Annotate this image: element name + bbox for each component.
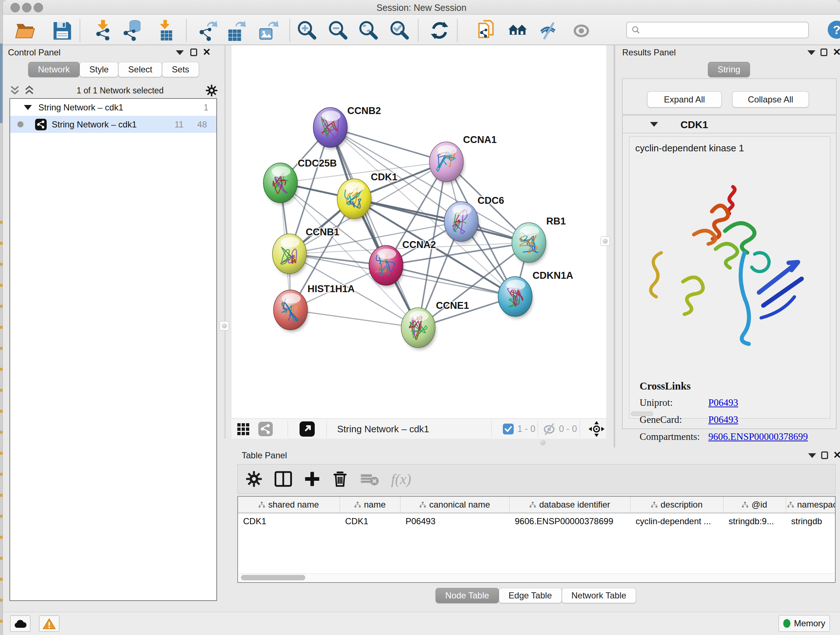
collapse-all-button[interactable]: Collapse All (732, 91, 809, 108)
add-column-icon[interactable] (304, 471, 320, 487)
tab-node-table[interactable]: Node Table (436, 588, 499, 603)
panel-float-icon[interactable] (190, 49, 197, 56)
table-cell[interactable]: CDK1 (340, 513, 401, 529)
panel-close-icon[interactable]: ✕ (202, 48, 211, 57)
expand-all-icon[interactable] (24, 85, 35, 96)
column-header-canonical-name[interactable]: canonical name (401, 497, 510, 513)
panel-menu-caret-icon[interactable] (176, 50, 184, 55)
panel-menu-caret-icon[interactable] (808, 453, 816, 458)
protein-section-header[interactable]: CDK1 (622, 116, 836, 133)
tab-style[interactable]: Style (80, 62, 118, 77)
node-CDC6[interactable] (444, 202, 479, 244)
import-network-file-icon[interactable] (94, 20, 115, 41)
results-scrollbar-thumb[interactable] (631, 412, 653, 416)
left-splitter-handle[interactable] (219, 321, 229, 331)
column-header-name[interactable]: name (340, 497, 401, 513)
column-header-@id[interactable]: @id (723, 497, 786, 513)
panel-float-icon[interactable] (821, 451, 828, 459)
grid-view-icon[interactable] (237, 422, 251, 436)
network-row-selected[interactable]: String Network – cdk1 11 48 (10, 116, 216, 133)
table-cell[interactable]: stringdb (786, 513, 836, 529)
table-cell[interactable]: CDK1 (238, 513, 340, 529)
panel-menu-caret-icon[interactable] (807, 50, 815, 55)
edge-HIST1H1A-CCNE1[interactable] (291, 310, 418, 328)
zoom-selected-icon[interactable] (389, 20, 410, 41)
horizontal-splitter-handle[interactable] (540, 440, 546, 445)
table-cell[interactable]: cyclin-dependent ... (630, 513, 723, 529)
node-CDC25B[interactable] (264, 163, 298, 205)
show-columns-icon[interactable] (275, 471, 292, 487)
save-session-icon[interactable] (51, 20, 73, 41)
node-RB1[interactable] (512, 223, 546, 264)
import-network-database-icon[interactable] (122, 20, 143, 41)
panel-close-icon[interactable]: ✕ (833, 48, 840, 57)
column-header-shared-name[interactable]: shared name (238, 497, 340, 513)
crosslink-link[interactable]: P06493 (708, 397, 738, 409)
panel-float-icon[interactable] (821, 49, 827, 56)
gear-icon[interactable] (205, 84, 218, 97)
cloud-button[interactable] (10, 616, 30, 632)
zoom-in-icon[interactable] (297, 20, 317, 41)
table-cell[interactable]: 9606.ENSP00000378699 (510, 513, 630, 529)
warnings-button[interactable] (39, 616, 59, 632)
node-HIST1H1A[interactable] (273, 290, 308, 332)
tab-string[interactable]: String (708, 62, 750, 77)
node-CCNB1[interactable] (272, 234, 307, 276)
export-image-icon[interactable] (257, 20, 279, 41)
help-icon[interactable]: ? (828, 21, 840, 39)
export-network-icon[interactable] (198, 20, 219, 41)
network-collection-row[interactable]: String Network – cdk1 1 (10, 99, 216, 116)
delete-column-icon[interactable] (332, 470, 347, 487)
network-canvas[interactable]: CCNB2CCNA1CDC25BCDK1CDC6RB1CCNB1CCNA2CDK… (232, 45, 606, 418)
tab-sets[interactable]: Sets (162, 62, 199, 77)
section-expander-icon[interactable] (650, 122, 658, 127)
table-cell[interactable]: stringdb:9... (723, 513, 786, 529)
expand-all-button[interactable]: Expand All (647, 91, 722, 108)
tab-network-table[interactable]: Network Table (562, 588, 636, 603)
hide-selected-icon[interactable] (538, 20, 559, 41)
panel-close-icon[interactable]: ✕ (833, 450, 840, 460)
export-table-icon[interactable] (226, 20, 247, 41)
network-graph[interactable]: CCNB2CCNA1CDC25BCDK1CDC6RB1CCNB1CCNA2CDK… (232, 45, 606, 418)
node-table[interactable]: shared namenamecanonical namedatabase id… (237, 496, 836, 583)
search-input[interactable] (626, 22, 809, 38)
crosslink-link[interactable]: 9606.ENSP00000378699 (708, 431, 808, 442)
node-CDKN1A[interactable] (498, 277, 533, 318)
tab-edge-table[interactable]: Edge Table (499, 588, 562, 603)
zoom-out-icon[interactable] (328, 20, 349, 41)
tab-select[interactable]: Select (118, 62, 162, 77)
right-splitter-handle[interactable] (600, 236, 610, 246)
column-header-namespace[interactable]: namespace (786, 497, 836, 513)
left-splitter[interactable] (225, 45, 225, 439)
table-gear-icon[interactable] (246, 470, 262, 487)
first-neighbors-icon[interactable] (508, 20, 529, 41)
network-view-type-icon[interactable] (258, 422, 273, 436)
zoom-fit-icon[interactable] (358, 20, 379, 41)
collapse-all-icon[interactable] (9, 85, 20, 96)
table-hscrollbar[interactable] (239, 573, 834, 581)
node-CCNE1[interactable] (401, 308, 436, 350)
tab-network[interactable]: Network (28, 62, 80, 77)
collection-expander-icon[interactable] (24, 105, 32, 110)
node-CCNA1[interactable] (429, 142, 464, 184)
import-table-icon[interactable] (156, 20, 177, 41)
open-in-window-icon[interactable] (300, 421, 315, 437)
column-header-description[interactable]: description (630, 497, 723, 513)
node-CDK1[interactable] (337, 179, 372, 221)
column-header-database-identifier[interactable]: database identifier (510, 497, 630, 513)
memory-label: Memory (794, 618, 826, 629)
apply-layout-icon[interactable] (429, 20, 450, 41)
memory-button[interactable]: Memory (778, 615, 830, 632)
open-file-icon[interactable] (15, 20, 36, 41)
right-splitter[interactable] (614, 45, 615, 448)
node-CCNB2[interactable] (313, 108, 348, 149)
crosslink-link[interactable]: P06493 (708, 414, 738, 425)
fit-content-crosshair-icon[interactable] (588, 421, 605, 437)
new-network-from-selection-icon[interactable] (477, 20, 498, 41)
table-cell[interactable]: P06493 (401, 513, 510, 529)
table-row[interactable]: CDK1CDK1P064939606.ENSP00000378699cyclin… (238, 513, 835, 529)
edge-CCNB2-CCNE1[interactable] (330, 127, 418, 328)
show-all-icon[interactable] (571, 20, 592, 41)
table-hscrollbar-thumb[interactable] (241, 575, 305, 580)
selected-checkbox-icon[interactable] (503, 424, 514, 434)
